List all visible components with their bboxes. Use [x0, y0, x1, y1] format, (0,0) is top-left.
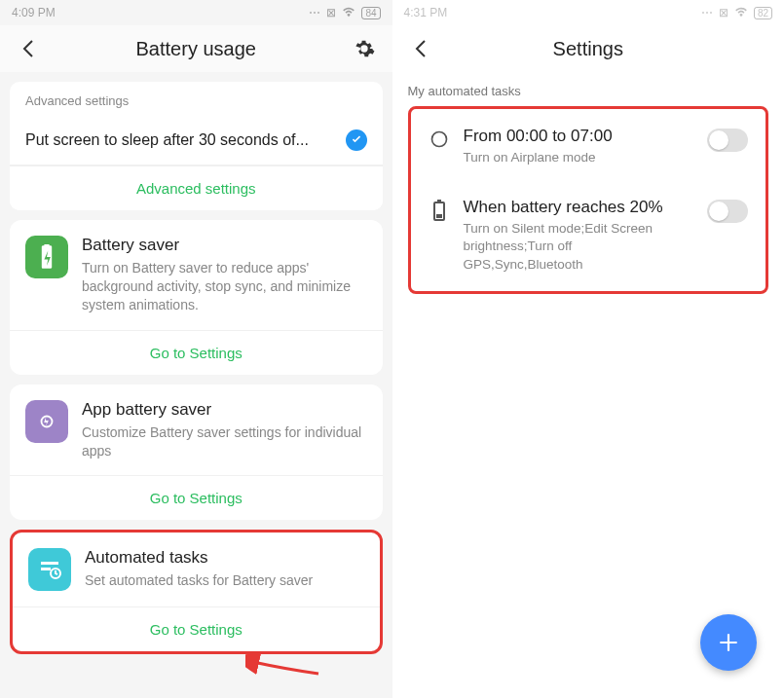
tasks-highlight-box: From 00:00 to 07:00 Turn on Airplane mod…: [408, 106, 769, 294]
advanced-group: Advanced settings Put screen to sleep af…: [10, 82, 383, 210]
app-battery-saver-desc: Customize Battery saver settings for ind…: [82, 423, 367, 460]
sleep-setting-row[interactable]: Put screen to sleep after 30 seconds of.…: [10, 116, 383, 165]
page-title: Battery usage: [41, 38, 352, 60]
signal-icon: ⊠: [326, 6, 336, 19]
svg-point-4: [431, 132, 446, 147]
advanced-header: Advanced settings: [10, 82, 383, 116]
battery-saver-icon: [25, 236, 68, 278]
status-bar: 4:09 PM ⋯ ⊠ 84: [0, 0, 392, 25]
task-toggle[interactable]: [707, 129, 748, 152]
status-time: 4:09 PM: [12, 6, 56, 19]
automated-tasks-desc: Set automated tasks for Battery saver: [85, 571, 364, 590]
battery-icon: 82: [754, 7, 772, 19]
task-desc: Turn on Silent mode;Edit Screen brightne…: [464, 220, 694, 274]
navbar: Settings: [392, 25, 785, 72]
svg-rect-7: [436, 214, 442, 218]
wifi-icon: [734, 6, 748, 20]
status-icons: ⋯ ⊠ 84: [309, 6, 380, 20]
battery-saver-link[interactable]: Go to Settings: [10, 330, 383, 375]
more-icon: ⋯: [701, 6, 713, 19]
settings-gear-icon[interactable]: [352, 36, 377, 61]
signal-icon: ⊠: [719, 6, 728, 19]
battery-icon: [429, 200, 450, 221]
app-battery-saver-icon: [25, 400, 68, 443]
left-screen: 4:09 PM ⋯ ⊠ 84 Battery usage Advanced se…: [0, 0, 392, 698]
svg-rect-2: [41, 568, 51, 570]
task-title: From 00:00 to 07:00: [464, 127, 694, 146]
app-battery-saver-title: App battery saver: [82, 400, 367, 420]
back-button[interactable]: [16, 36, 41, 61]
moon-icon: [429, 129, 450, 150]
status-bar: 4:31 PM ⋯ ⊠ 82: [392, 0, 785, 25]
app-battery-saver-link[interactable]: Go to Settings: [10, 475, 383, 520]
automated-tasks-icon: [28, 548, 71, 591]
task-toggle[interactable]: [707, 200, 748, 223]
check-icon: [346, 129, 367, 151]
status-time: 4:31 PM: [404, 6, 448, 19]
automated-tasks-link[interactable]: Go to Settings: [13, 606, 380, 651]
advanced-settings-link[interactable]: Advanced settings: [10, 165, 383, 210]
battery-saver-desc: Turn on Battery saver to reduce apps' ba…: [82, 259, 367, 314]
sleep-setting-label: Put screen to sleep after 30 seconds of.…: [25, 131, 334, 149]
status-icons: ⋯ ⊠ 82: [701, 6, 772, 20]
svg-rect-6: [437, 200, 441, 202]
automated-tasks-title: Automated tasks: [85, 548, 364, 568]
wifi-icon: [342, 6, 355, 20]
tasks-section-header: My automated tasks: [392, 72, 785, 106]
battery-saver-title: Battery saver: [82, 236, 367, 255]
page-title: Settings: [433, 38, 744, 60]
task-row-battery[interactable]: When battery reaches 20% Turn on Silent …: [411, 182, 766, 289]
app-battery-saver-card: App battery saver Customize Battery save…: [10, 385, 383, 521]
svg-rect-1: [41, 562, 58, 565]
battery-saver-card: Battery saver Turn on Battery saver to r…: [10, 220, 383, 375]
battery-icon: 84: [361, 7, 380, 19]
add-task-fab[interactable]: [700, 614, 757, 671]
automated-tasks-card: Automated tasks Set automated tasks for …: [10, 530, 383, 654]
right-screen: 4:31 PM ⋯ ⊠ 82 Settings My automated tas…: [392, 0, 785, 698]
task-title: When battery reaches 20%: [464, 198, 694, 217]
task-desc: Turn on Airplane mode: [464, 149, 694, 166]
navbar: Battery usage: [0, 25, 392, 72]
task-row-schedule[interactable]: From 00:00 to 07:00 Turn on Airplane mod…: [411, 111, 766, 182]
more-icon: ⋯: [309, 6, 320, 19]
back-button[interactable]: [408, 36, 433, 61]
